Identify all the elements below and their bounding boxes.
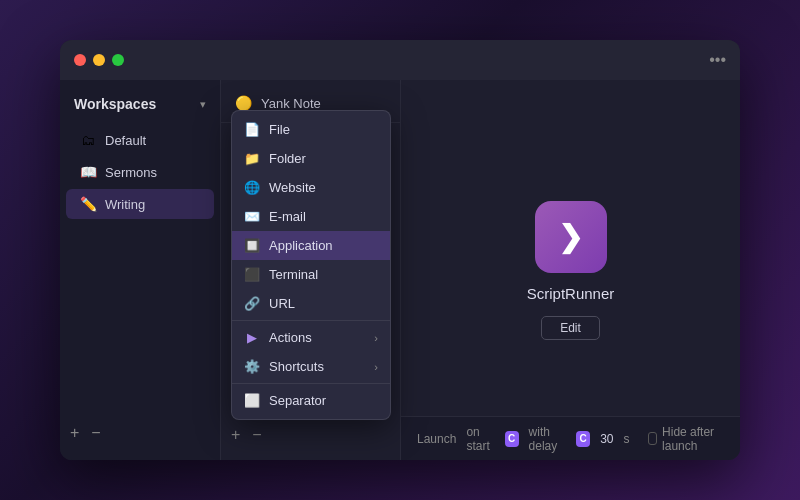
- edit-button[interactable]: Edit: [541, 316, 600, 340]
- minimize-button[interactable]: [93, 54, 105, 66]
- sidebar-item-label: Writing: [105, 197, 145, 212]
- chevron-down-icon: ▾: [200, 98, 206, 111]
- menu-label: File: [269, 122, 378, 137]
- on-start-label: on start: [466, 425, 494, 453]
- menu-label: Application: [269, 238, 378, 253]
- submenu-arrow-icon: ›: [374, 332, 378, 344]
- sidebar-item-label: Sermons: [105, 165, 157, 180]
- application-icon: 🔲: [244, 238, 260, 253]
- menu-separator: [232, 320, 390, 321]
- sidebar-footer: + −: [60, 416, 220, 450]
- shortcuts-icon: ⚙️: [244, 359, 260, 374]
- menu-item-actions[interactable]: ▶ Actions ›: [232, 323, 390, 352]
- hide-after-launch-checkbox[interactable]: Hide after launch: [648, 425, 724, 453]
- folder-icon: 📁: [244, 151, 260, 166]
- menu-item-terminal[interactable]: ⬛ Terminal: [232, 260, 390, 289]
- app-icon: ❯: [535, 201, 607, 273]
- website-icon: 🌐: [244, 180, 260, 195]
- checkbox-icon[interactable]: [648, 432, 658, 445]
- titlebar: •••: [60, 40, 740, 80]
- dropdown-menu: 📄 File 📁 Folder 🌐 Website ✉️ E-mail 🔲: [231, 110, 391, 420]
- right-panel-footer: Launch on start C with delay C 30 s Hide…: [401, 416, 740, 460]
- add-item-button[interactable]: +: [231, 426, 240, 444]
- right-panel: ❯ ScriptRunner Edit Launch on start C wi…: [400, 80, 740, 460]
- middle-footer: + −: [221, 418, 400, 452]
- with-delay-label: with delay: [529, 425, 567, 453]
- menu-item-website[interactable]: 🌐 Website: [232, 173, 390, 202]
- delay-unit: s: [624, 432, 630, 446]
- main-content: Workspaces ▾ 🗂 Default 📖 Sermons ✏️ Writ…: [60, 80, 740, 460]
- menu-item-file[interactable]: 📄 File: [232, 115, 390, 144]
- terminal-icon: ⬛: [244, 267, 260, 282]
- separator-icon: ⬜: [244, 393, 260, 408]
- yank-note-emoji: 🟡: [235, 95, 252, 111]
- remove-workspace-button[interactable]: −: [91, 424, 100, 442]
- menu-item-folder[interactable]: 📁 Folder: [232, 144, 390, 173]
- default-icon: 🗂: [80, 132, 96, 148]
- main-window: ••• Workspaces ▾ 🗂 Default 📖 Sermons ✏️ …: [60, 40, 740, 460]
- email-icon: ✉️: [244, 209, 260, 224]
- url-icon: 🔗: [244, 296, 260, 311]
- remove-item-button[interactable]: −: [252, 426, 261, 444]
- menu-item-url[interactable]: 🔗 URL: [232, 289, 390, 318]
- menu-label: Website: [269, 180, 378, 195]
- workspaces-header[interactable]: Workspaces ▾: [60, 90, 220, 118]
- sidebar-item-writing[interactable]: ✏️ Writing: [66, 189, 214, 219]
- menu-separator: [232, 383, 390, 384]
- sidebar-item-label: Default: [105, 133, 146, 148]
- menu-item-email[interactable]: ✉️ E-mail: [232, 202, 390, 231]
- menu-label: Actions: [269, 330, 365, 345]
- menu-item-separator[interactable]: ⬜ Separator: [232, 386, 390, 415]
- app-name: ScriptRunner: [527, 285, 615, 302]
- traffic-lights: [74, 54, 124, 66]
- launch-label: Launch: [417, 432, 456, 446]
- delay-value: 30: [600, 432, 613, 446]
- writing-icon: ✏️: [80, 196, 96, 212]
- close-button[interactable]: [74, 54, 86, 66]
- sidebar-item-default[interactable]: 🗂 Default: [66, 125, 214, 155]
- menu-label: Folder: [269, 151, 378, 166]
- ellipsis-button[interactable]: •••: [709, 51, 726, 69]
- hide-label: Hide after launch: [662, 425, 724, 453]
- submenu-arrow-icon: ›: [374, 361, 378, 373]
- menu-label: E-mail: [269, 209, 378, 224]
- workspaces-label: Workspaces: [74, 96, 200, 112]
- sermons-icon: 📖: [80, 164, 96, 180]
- actions-icon: ▶: [244, 330, 260, 345]
- middle-panel: 🟡 Yank Note 😊 Bike 📄 File 📁 Folder: [220, 80, 400, 460]
- add-workspace-button[interactable]: +: [70, 424, 79, 442]
- file-icon: 📄: [244, 122, 260, 137]
- menu-item-application[interactable]: 🔲 Application: [232, 231, 390, 260]
- workspace-name: Yank Note: [261, 96, 321, 111]
- sidebar: Workspaces ▾ 🗂 Default 📖 Sermons ✏️ Writ…: [60, 80, 220, 460]
- maximize-button[interactable]: [112, 54, 124, 66]
- delay-badge[interactable]: C: [576, 431, 590, 447]
- menu-label: Terminal: [269, 267, 378, 282]
- menu-label: Shortcuts: [269, 359, 365, 374]
- menu-label: Separator: [269, 393, 378, 408]
- menu-item-shortcuts[interactable]: ⚙️ Shortcuts ›: [232, 352, 390, 381]
- menu-label: URL: [269, 296, 378, 311]
- on-start-badge[interactable]: C: [505, 431, 519, 447]
- script-runner-icon: ❯: [558, 219, 583, 254]
- sidebar-item-sermons[interactable]: 📖 Sermons: [66, 157, 214, 187]
